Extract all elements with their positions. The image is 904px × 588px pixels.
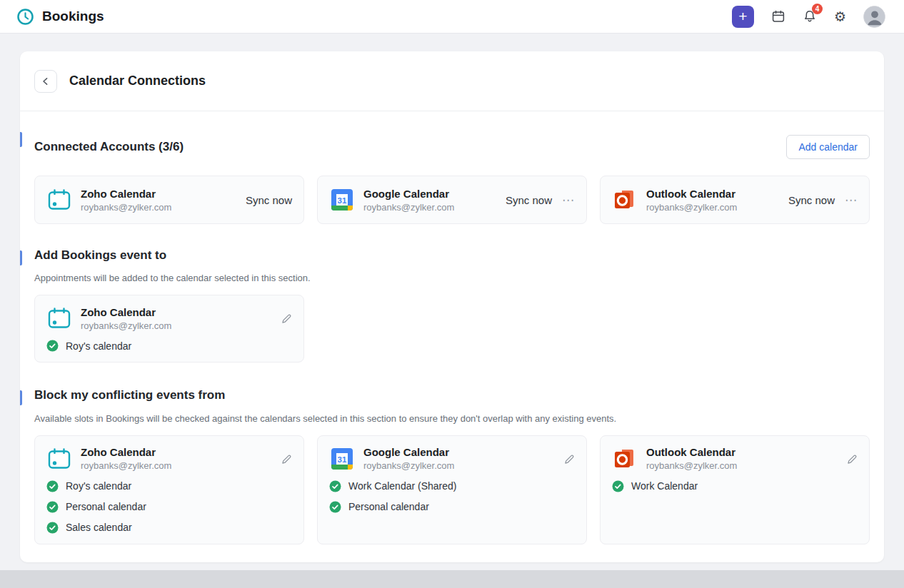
section-accent-bar xyxy=(20,390,22,405)
pencil-icon xyxy=(563,454,575,465)
edit-button[interactable] xyxy=(846,452,858,465)
notifications-button[interactable]: 4 xyxy=(803,9,817,24)
section-description: Available slots in Bookings will be chec… xyxy=(34,413,870,424)
section-add-event-to: Add Bookings event to Appointments will … xyxy=(20,248,884,363)
calendar-view-button[interactable] xyxy=(771,9,785,24)
page-content: Calendar Connections Connected Accounts … xyxy=(0,34,904,562)
section-accent-bar xyxy=(20,132,22,147)
calendar-list-item: Roy's calendar xyxy=(46,480,292,492)
outlook-calendar-icon xyxy=(612,446,638,472)
create-new-button[interactable]: + xyxy=(732,6,754,28)
outlook-calendar-icon xyxy=(612,187,638,213)
provider-email: roybanks@zylker.com xyxy=(81,320,171,331)
chevron-left-icon xyxy=(41,76,51,86)
provider-name: Outlook Calendar xyxy=(646,446,737,458)
svg-text:31: 31 xyxy=(338,455,347,463)
connected-accounts-grid: Zoho Calendar roybanks@zylker.com Sync n… xyxy=(34,176,870,224)
bookings-logo-icon xyxy=(16,7,35,26)
section-title: Connected Accounts (3/6) xyxy=(34,140,184,154)
section-block-events: Block my conflicting events from Availab… xyxy=(20,388,884,544)
add-event-grid: Zoho Calendar roybanks@zylker.com xyxy=(34,295,870,363)
app-title: Bookings xyxy=(42,9,104,24)
sync-now-link[interactable]: Sync now xyxy=(506,194,552,206)
add-calendar-button[interactable]: Add calendar xyxy=(786,135,870,159)
google-calendar-icon: 31 xyxy=(329,446,355,472)
google-calendar-icon: 31 xyxy=(329,187,355,213)
connected-card-google: 31 Google Calendar roybanks@zylker.com S… xyxy=(317,176,587,224)
pencil-icon xyxy=(281,313,292,325)
calendar-connections-panel: Calendar Connections Connected Accounts … xyxy=(20,51,884,562)
brand: Bookings xyxy=(16,7,104,26)
edit-button[interactable] xyxy=(563,452,575,465)
panel-header: Calendar Connections xyxy=(20,51,884,111)
provider-email: roybanks@zylker.com xyxy=(363,202,454,213)
selected-calendars-list: Roy's calendar Personal calendar Sales c… xyxy=(46,480,292,534)
zoho-calendar-icon xyxy=(46,305,72,331)
check-circle-icon xyxy=(612,480,624,492)
svg-text:31: 31 xyxy=(338,196,347,205)
calendar-name: Work Calendar xyxy=(631,480,698,492)
selected-calendars-list: Roy's calendar xyxy=(46,340,292,352)
provider-name: Outlook Calendar xyxy=(646,188,737,200)
block-card-google: 31 Google Calendar roybanks@zylker.com xyxy=(317,435,587,544)
pencil-icon xyxy=(281,454,292,465)
check-circle-icon xyxy=(46,501,59,513)
topbar: Bookings + 4 ⚙ xyxy=(0,0,904,34)
provider-name: Google Calendar xyxy=(363,188,454,200)
edit-button[interactable] xyxy=(281,312,292,325)
add-event-card-zoho: Zoho Calendar roybanks@zylker.com xyxy=(34,295,304,363)
provider-name: Zoho Calendar xyxy=(81,446,171,458)
provider-email: roybanks@zylker.com xyxy=(363,460,454,471)
more-options-icon[interactable]: ⋯ xyxy=(562,194,575,206)
zoho-calendar-icon xyxy=(46,187,72,213)
check-circle-icon xyxy=(329,501,341,513)
connected-card-zoho: Zoho Calendar roybanks@zylker.com Sync n… xyxy=(34,176,304,224)
calendar-name: Sales calendar xyxy=(66,522,132,533)
provider-email: roybanks@zylker.com xyxy=(81,202,171,213)
edit-button[interactable] xyxy=(281,452,292,465)
selected-calendars-list: Work Calendar (Shared) Personal calendar xyxy=(329,480,575,513)
block-card-zoho: Zoho Calendar roybanks@zylker.com xyxy=(34,435,304,544)
calendar-name: Personal calendar xyxy=(348,501,429,512)
pencil-icon xyxy=(846,454,858,465)
page-title: Calendar Connections xyxy=(69,74,206,88)
selected-calendars-list: Work Calendar xyxy=(612,480,858,492)
page-footer-strip xyxy=(0,570,904,588)
provider-name: Zoho Calendar xyxy=(81,306,171,318)
notification-badge: 4 xyxy=(812,4,823,14)
user-avatar[interactable] xyxy=(863,6,885,28)
block-card-outlook: Outlook Calendar roybanks@zylker.com xyxy=(600,435,870,544)
calendar-name: Work Calendar (Shared) xyxy=(348,480,456,492)
calendar-list-item: Work Calendar (Shared) xyxy=(329,480,575,492)
provider-name: Zoho Calendar xyxy=(81,188,171,200)
check-circle-icon xyxy=(46,480,59,492)
calendar-list-item: Work Calendar xyxy=(612,480,858,492)
plus-icon: + xyxy=(738,9,747,24)
section-connected-accounts: Connected Accounts (3/6) Add calendar Zo… xyxy=(20,130,884,224)
avatar-silhouette-icon xyxy=(864,6,885,28)
topbar-actions: + 4 ⚙ xyxy=(732,6,885,28)
calendar-name: Roy's calendar xyxy=(66,480,131,492)
gear-icon: ⚙ xyxy=(834,10,846,24)
check-circle-icon xyxy=(329,480,341,492)
calendar-list-item: Personal calendar xyxy=(329,501,575,513)
zoho-calendar-icon xyxy=(46,446,72,472)
calendar-list-item: Sales calendar xyxy=(46,522,292,534)
provider-email: roybanks@zylker.com xyxy=(646,202,737,213)
section-title: Add Bookings event to xyxy=(34,248,870,263)
connected-card-outlook: Outlook Calendar roybanks@zylker.com Syn… xyxy=(600,176,870,224)
section-description: Appointments will be added to the calend… xyxy=(34,273,870,283)
sync-now-link[interactable]: Sync now xyxy=(788,194,835,206)
check-circle-icon xyxy=(46,340,59,352)
sync-now-link[interactable]: Sync now xyxy=(246,194,292,206)
section-accent-bar xyxy=(20,250,22,265)
settings-button[interactable]: ⚙ xyxy=(834,10,846,24)
more-options-icon[interactable]: ⋯ xyxy=(845,194,858,206)
calendar-name: Roy's calendar xyxy=(66,340,131,352)
calendar-name: Personal calendar xyxy=(66,501,146,512)
section-title: Block my conflicting events from xyxy=(34,388,870,402)
back-button[interactable] xyxy=(34,70,57,93)
calendar-icon xyxy=(771,9,785,24)
calendar-list-item: Roy's calendar xyxy=(46,340,292,352)
provider-name: Google Calendar xyxy=(363,446,454,458)
